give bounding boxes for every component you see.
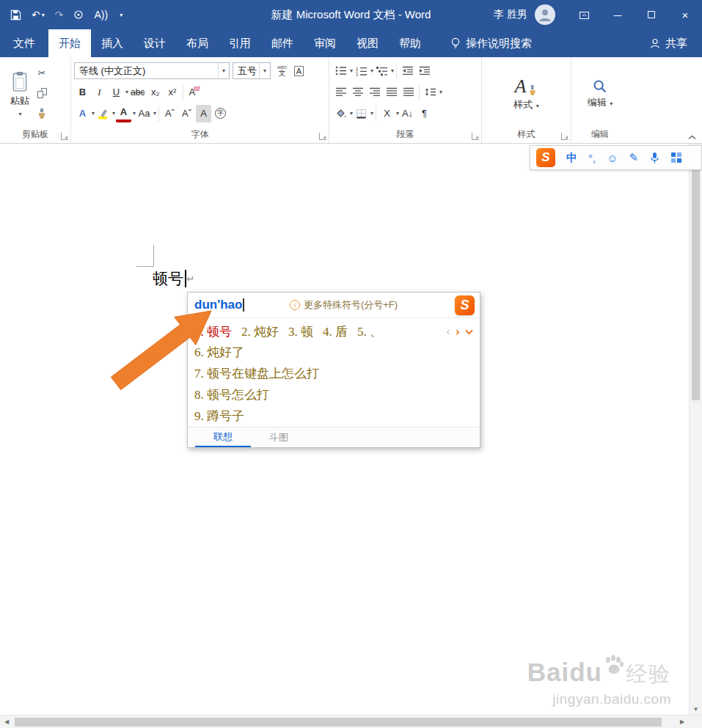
styles-button[interactable]: A 样式 ▾ <box>502 60 551 128</box>
clipboard-dialog-launcher[interactable] <box>61 133 68 140</box>
candidate-4[interactable]: 4. 盾 <box>323 323 348 340</box>
clear-formatting-button[interactable]: A <box>186 84 202 101</box>
scroll-right-icon[interactable]: ▶ <box>676 716 689 728</box>
candidate-2[interactable]: 2. 炖好 <box>241 323 279 340</box>
increase-indent-button[interactable] <box>417 62 432 80</box>
customize-qat-button[interactable]: ▾ <box>118 12 123 18</box>
grow-font-button[interactable]: Aˆ <box>162 105 178 122</box>
font-color-button[interactable]: A <box>116 105 131 122</box>
sogou-logo-icon[interactable]: S <box>455 295 475 315</box>
chevron-down-icon[interactable]: ▾ <box>153 110 156 117</box>
copy-button[interactable] <box>37 85 47 101</box>
suggestion-row[interactable]: 6. 炖好了 <box>188 342 480 363</box>
tab-lianxiang[interactable]: 联想 <box>195 427 251 447</box>
change-case-button[interactable]: Aa <box>136 105 152 122</box>
chevron-down-icon[interactable]: ▾ <box>218 63 229 78</box>
shrink-font-button[interactable]: Aˇ <box>179 105 194 122</box>
shading-button[interactable] <box>333 105 348 122</box>
tab-home[interactable]: 开始 <box>48 29 91 57</box>
tab-mailings[interactable]: 邮件 <box>261 29 304 57</box>
sogou-logo-icon[interactable]: S <box>536 148 555 167</box>
undo-button[interactable]: ↶▾ <box>32 9 45 21</box>
chevron-down-icon[interactable]: ▾ <box>259 63 270 78</box>
show-hide-marks-button[interactable]: ¶ <box>417 105 432 122</box>
strikethrough-button[interactable]: abc <box>129 84 146 101</box>
collapse-ribbon-button[interactable] <box>688 135 696 140</box>
tab-doutu[interactable]: 斗图 <box>251 427 307 447</box>
borders-button[interactable] <box>354 105 369 122</box>
bold-button[interactable]: B <box>75 84 90 101</box>
ribbon-display-options-button[interactable] <box>567 0 601 29</box>
underline-button[interactable]: U <box>109 84 124 101</box>
align-center-button[interactable] <box>350 84 365 101</box>
paste-button[interactable]: 粘贴 ▾ <box>3 60 37 128</box>
styles-dialog-launcher[interactable] <box>561 133 568 140</box>
tab-help[interactable]: 帮助 <box>389 29 431 57</box>
text-effects-button[interactable]: A <box>75 105 90 122</box>
editing-button[interactable]: 编辑 ▾ <box>576 60 624 128</box>
font-size-combo[interactable]: 五号 ▾ <box>233 62 271 79</box>
chevron-down-icon[interactable]: ▾ <box>396 110 399 117</box>
tab-design[interactable]: 设计 <box>134 29 176 57</box>
multilevel-list-button[interactable] <box>374 62 390 80</box>
maximize-button[interactable] <box>635 0 668 29</box>
horizontal-scrollbar[interactable]: ◀ ▶ <box>0 715 702 728</box>
toolbox-grid-icon[interactable] <box>671 152 681 163</box>
chevron-down-icon[interactable]: ▾ <box>125 89 128 95</box>
chevron-down-icon[interactable]: ▾ <box>350 110 353 117</box>
chevron-down-icon[interactable]: ▾ <box>439 89 442 95</box>
justify-button[interactable] <box>384 84 399 101</box>
tab-references[interactable]: 引用 <box>219 29 261 57</box>
font-dialog-launcher[interactable] <box>319 133 326 140</box>
candidate-5[interactable]: 5. 、 <box>357 323 382 340</box>
cut-button[interactable]: ✂ <box>37 65 47 81</box>
emoji-icon[interactable]: ☺ <box>607 152 618 164</box>
italic-button[interactable]: I <box>92 84 107 101</box>
save-button[interactable] <box>10 10 21 21</box>
handwriting-icon[interactable]: ✎ <box>629 151 639 164</box>
font-name-combo[interactable]: 等线 (中文正文) ▾ <box>74 62 230 79</box>
chevron-down-icon[interactable]: ▾ <box>112 110 115 117</box>
expand-candidates-icon[interactable] <box>465 329 473 335</box>
sort-button[interactable]: A↓ <box>400 105 415 122</box>
redo-button[interactable]: ↷ <box>55 9 64 21</box>
suggestion-row[interactable]: 9. 蹲号子 <box>188 405 480 427</box>
align-right-button[interactable] <box>367 84 382 101</box>
next-page-icon[interactable]: › <box>456 324 460 339</box>
line-spacing-button[interactable] <box>423 84 438 101</box>
character-shading-button[interactable]: A <box>196 105 211 122</box>
chevron-down-icon[interactable]: ▾ <box>133 110 136 117</box>
chevron-down-icon[interactable]: ▾ <box>42 12 45 18</box>
paragraph-dialog-launcher[interactable] <box>472 133 479 140</box>
tab-review[interactable]: 审阅 <box>304 29 346 57</box>
avatar[interactable] <box>535 4 555 25</box>
pinyin-guide-button[interactable]: wén 文 <box>274 62 290 80</box>
share-button[interactable]: 共享 <box>650 29 702 57</box>
highlight-button[interactable] <box>95 105 111 122</box>
scroll-down-icon[interactable]: ▼ <box>690 703 702 715</box>
chevron-down-icon[interactable]: ▾ <box>92 110 95 117</box>
suggestion-row[interactable]: 7. 顿号在键盘上怎么打 <box>188 363 480 384</box>
close-button[interactable]: × <box>668 0 702 29</box>
chevron-down-icon[interactable]: ▾ <box>370 67 373 74</box>
character-border-button[interactable]: A <box>291 62 307 80</box>
microphone-icon[interactable] <box>649 152 660 163</box>
horizontal-scroll-thumb[interactable] <box>15 718 662 727</box>
punctuation-toggle[interactable]: °, <box>588 152 596 164</box>
tab-view[interactable]: 视图 <box>346 29 389 57</box>
asian-layout-button[interactable]: X <box>379 105 395 122</box>
align-left-button[interactable] <box>333 84 348 101</box>
tell-me-search[interactable]: 操作说明搜索 <box>450 29 532 57</box>
suggestion-row[interactable]: 8. 顿号怎么打 <box>188 384 480 405</box>
numbering-button[interactable]: 123 <box>354 62 369 80</box>
touch-mode-button[interactable] <box>73 10 84 20</box>
minimize-button[interactable]: ─ <box>601 0 635 29</box>
decrease-indent-button[interactable] <box>400 62 415 80</box>
chinese-english-toggle[interactable]: 中 <box>566 151 577 165</box>
read-aloud-button[interactable]: A)) <box>94 9 108 21</box>
format-painter-button[interactable] <box>37 106 47 122</box>
distribute-button[interactable] <box>401 84 416 101</box>
previous-page-icon[interactable]: ‹ <box>446 324 450 339</box>
tab-file[interactable]: 文件 <box>0 29 48 57</box>
vertical-scrollbar[interactable]: ▲ ▼ <box>689 144 702 715</box>
